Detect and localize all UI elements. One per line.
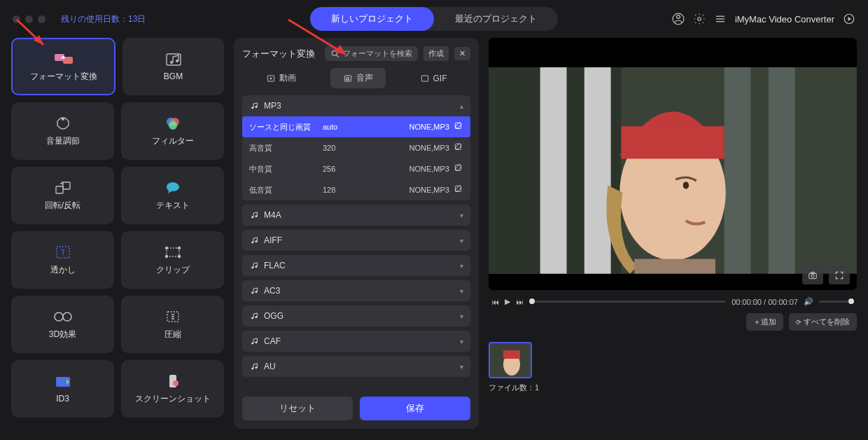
tool-tile-rotate[interactable]: 回転/反転 bbox=[11, 167, 114, 224]
zoom-dot[interactable] bbox=[38, 15, 46, 23]
minimize-dot[interactable] bbox=[25, 15, 33, 23]
svg-rect-71 bbox=[769, 67, 795, 274]
next-button[interactable]: ⏭ bbox=[516, 298, 524, 306]
fmt-option[interactable]: 低音質128NONE,MP3 bbox=[242, 179, 470, 200]
delete-all-button[interactable]: ⟳ すべてを削除 bbox=[789, 313, 857, 331]
add-file-button[interactable]: ＋追加 bbox=[746, 313, 783, 331]
play-button[interactable]: ▶ bbox=[505, 297, 510, 306]
fmt-group-ac3: AC3▾ bbox=[242, 280, 470, 301]
fmt-group-flac: FLAC▾ bbox=[242, 255, 470, 276]
svg-point-36 bbox=[173, 380, 178, 386]
app-brand: iMyMac Video Converter bbox=[735, 14, 834, 25]
menu-icon[interactable] bbox=[714, 13, 727, 25]
tool-tile-text[interactable]: テキスト bbox=[121, 167, 224, 224]
volume-slider[interactable] bbox=[819, 301, 854, 303]
file-thumbnail[interactable] bbox=[489, 342, 532, 378]
tab-new-project[interactable]: 新しいプロジェクト bbox=[310, 7, 434, 31]
edit-icon[interactable] bbox=[454, 163, 463, 174]
create-button[interactable]: 作成 bbox=[424, 46, 449, 61]
snapshot-button[interactable] bbox=[802, 266, 823, 284]
video-preview bbox=[489, 38, 857, 290]
svg-rect-75 bbox=[634, 259, 715, 274]
svg-point-42 bbox=[346, 78, 347, 80]
svg-marker-11 bbox=[848, 17, 852, 21]
tile-label: フォーマット変換 bbox=[30, 71, 97, 83]
svg-point-27 bbox=[178, 247, 180, 249]
user-icon[interactable] bbox=[672, 13, 685, 25]
svg-rect-81 bbox=[503, 350, 520, 359]
fmt-option[interactable]: 高音質320NONE,MP3 bbox=[242, 137, 470, 158]
svg-point-17 bbox=[62, 118, 64, 121]
tool-tile-bgm[interactable]: BGM bbox=[122, 38, 224, 95]
compress-icon bbox=[163, 309, 183, 324]
tool-tile-screenshot[interactable]: スクリーンショット bbox=[121, 360, 224, 418]
edit-icon[interactable] bbox=[454, 184, 463, 195]
fmt-option[interactable]: ソースと同じ画質autoNONE,MP3 bbox=[242, 116, 470, 137]
player-bar: ⏮ ▶ ⏭ 00:00:00 / 00:00:07 🔊 bbox=[489, 297, 857, 306]
reset-button[interactable]: リセット bbox=[242, 397, 353, 420]
edit-icon[interactable] bbox=[454, 121, 463, 132]
tool-sidebar: フォーマット変換BGM音量調節フィルター回転/反転テキストT透かしクリップ3D効… bbox=[11, 38, 224, 429]
tool-tile-volume[interactable]: 音量調節 bbox=[11, 102, 114, 160]
settings-icon[interactable] bbox=[693, 13, 706, 25]
fmt-head-caf[interactable]: CAF▾ bbox=[242, 331, 470, 352]
tile-label: 3D効果 bbox=[49, 329, 76, 341]
fmt-tab-gif[interactable]: GIF bbox=[407, 68, 460, 88]
fmt-head-aiff[interactable]: AIFF▾ bbox=[242, 230, 470, 251]
close-dot[interactable] bbox=[13, 15, 20, 23]
search-placeholder: フォーマットを検索 bbox=[343, 48, 412, 59]
fmt-tab-video[interactable]: 動画 bbox=[253, 68, 309, 88]
fmt-head-mp3[interactable]: MP3▴ bbox=[242, 95, 470, 116]
screenshot-icon bbox=[163, 373, 183, 389]
svg-point-31 bbox=[63, 312, 71, 321]
fullscreen-icon bbox=[834, 270, 844, 280]
fmt-head-flac[interactable]: FLAC▾ bbox=[242, 255, 470, 276]
svg-rect-41 bbox=[344, 75, 351, 81]
format-search[interactable]: フォーマットを検索 bbox=[325, 46, 418, 61]
brand-play-icon bbox=[843, 13, 855, 25]
svg-point-43 bbox=[348, 78, 349, 80]
svg-marker-40 bbox=[270, 77, 272, 80]
fullscreen-button[interactable] bbox=[829, 266, 850, 284]
edit-icon[interactable] bbox=[454, 142, 463, 153]
bgm-icon bbox=[164, 52, 183, 67]
tile-label: ID3 bbox=[56, 394, 69, 404]
fmt-head-ac3[interactable]: AC3▾ bbox=[242, 280, 470, 301]
tile-label: テキスト bbox=[156, 200, 190, 212]
camera-icon bbox=[808, 270, 818, 280]
svg-line-38 bbox=[337, 55, 339, 57]
fmt-group-caf: CAF▾ bbox=[242, 331, 470, 352]
fmt-head-ogg[interactable]: OGG▾ bbox=[242, 305, 470, 326]
tool-tile-watermark[interactable]: T透かし bbox=[11, 231, 114, 289]
gif-icon bbox=[420, 74, 430, 83]
tab-recent-projects[interactable]: 最近のプロジェクト bbox=[434, 7, 558, 31]
tool-tile-compress[interactable]: 圧縮 bbox=[121, 296, 224, 353]
svg-point-30 bbox=[55, 312, 63, 321]
tile-label: BGM bbox=[164, 71, 183, 81]
tool-tile-3d[interactable]: 3D効果 bbox=[11, 296, 114, 353]
fmt-head-au[interactable]: AU▾ bbox=[242, 356, 470, 377]
fmt-group-au: AU▾ bbox=[242, 356, 470, 377]
svg-rect-25 bbox=[167, 248, 179, 256]
filter-icon bbox=[163, 116, 183, 131]
fmt-group-ogg: OGG▾ bbox=[242, 305, 470, 326]
window-controls[interactable] bbox=[13, 15, 46, 23]
text-icon bbox=[163, 180, 183, 195]
fmt-head-m4a[interactable]: M4A▾ bbox=[242, 205, 470, 226]
panel-title: フォーマット変換 bbox=[242, 48, 315, 60]
fmt-option[interactable]: 中音質256NONE,MP3 bbox=[242, 158, 470, 179]
tool-tile-id3[interactable]: ID3 bbox=[11, 360, 114, 418]
svg-rect-68 bbox=[540, 67, 567, 274]
file-count: ファイル数：1 bbox=[489, 383, 857, 393]
tool-tile-filter[interactable]: フィルター bbox=[121, 102, 224, 160]
tool-tile-convert[interactable]: フォーマット変換 bbox=[11, 38, 115, 95]
fmt-tab-audio[interactable]: 音声 bbox=[330, 68, 386, 88]
volume-icon[interactable]: 🔊 bbox=[804, 297, 813, 306]
chevron-down-icon: ▾ bbox=[460, 212, 463, 219]
tile-label: 音量調節 bbox=[46, 135, 80, 147]
progress-bar[interactable] bbox=[529, 301, 726, 303]
save-button[interactable]: 保存 bbox=[360, 397, 470, 420]
prev-button[interactable]: ⏮ bbox=[491, 298, 499, 306]
tool-tile-clip[interactable]: クリップ bbox=[121, 231, 224, 289]
close-panel-button[interactable]: ✕ bbox=[454, 47, 470, 60]
